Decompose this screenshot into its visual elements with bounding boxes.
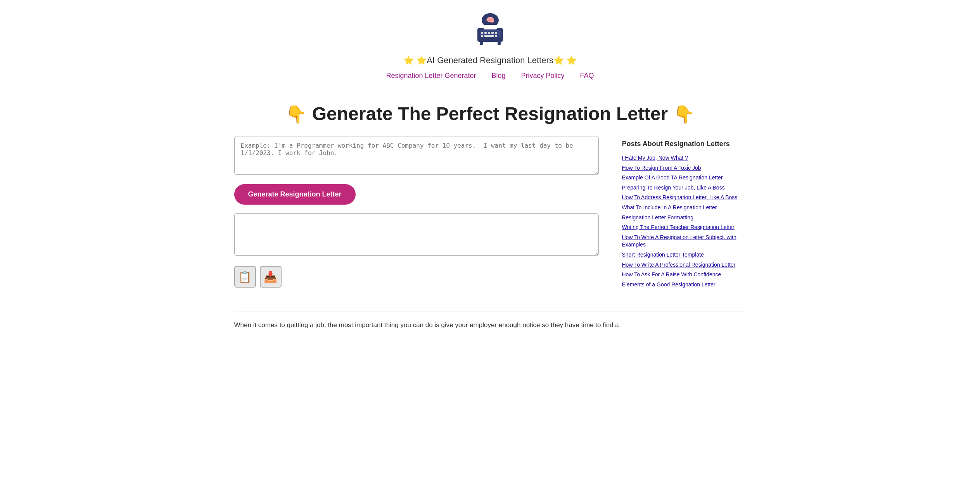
site-title-text: ⭐AI Generated Resignation Letters⭐ bbox=[416, 55, 564, 65]
post-link-7[interactable]: Writing The Perfect Teacher Resignation … bbox=[622, 224, 735, 230]
post-link-12[interactable]: Elements of a Good Resignation Letter bbox=[622, 281, 716, 288]
list-item: How To Ask For A Raise With Confidence bbox=[622, 271, 746, 279]
svg-rect-12 bbox=[484, 25, 497, 29]
svg-rect-5 bbox=[484, 32, 487, 34]
generate-button[interactable]: Generate Resignation Letter bbox=[234, 184, 356, 205]
svg-rect-6 bbox=[488, 32, 490, 34]
logo-icon: 🧠 bbox=[473, 12, 508, 52]
svg-rect-9 bbox=[481, 35, 483, 37]
svg-rect-13 bbox=[480, 42, 483, 45]
logo-svg: 🧠 bbox=[473, 12, 508, 47]
hero-title: 👇 Generate The Perfect Resignation Lette… bbox=[234, 91, 746, 136]
nav-generator[interactable]: Resignation Letter Generator bbox=[386, 72, 476, 80]
post-link-8[interactable]: How To Write A Resignation Letter Subjec… bbox=[622, 234, 736, 248]
list-item: I Hate My Job, Now What ? bbox=[622, 154, 746, 162]
list-item: Elements of a Good Resignation Letter bbox=[622, 281, 746, 289]
post-link-6[interactable]: Resignation Letter Formatting bbox=[622, 214, 693, 221]
list-item: What To Include In A Resignation Letter bbox=[622, 204, 746, 212]
nav-faq[interactable]: FAQ bbox=[580, 72, 594, 80]
main-content: Generate Resignation Letter 📋 📥 Posts Ab… bbox=[234, 136, 746, 304]
copy-icon: 📋 bbox=[238, 271, 252, 283]
post-link-5[interactable]: What To Include In A Resignation Letter bbox=[622, 204, 717, 210]
left-panel: Generate Resignation Letter 📋 📥 bbox=[234, 136, 599, 288]
nav-privacy[interactable]: Privacy Policy bbox=[521, 72, 565, 80]
posts-title: Posts About Resignation Letters bbox=[622, 140, 746, 148]
post-link-9[interactable]: Short Resignation Letter Template bbox=[622, 252, 704, 258]
hero-title-text: Generate The Perfect Resignation Letter bbox=[312, 103, 668, 124]
list-item: How To Resign From A Toxic Job bbox=[622, 164, 746, 172]
post-link-3[interactable]: Preparing To Resign Your Job, Like A Bos… bbox=[622, 184, 725, 191]
svg-rect-14 bbox=[498, 42, 501, 45]
copy-button[interactable]: 📋 bbox=[234, 266, 256, 288]
list-item: Example Of A Good TA Resignation Letter bbox=[622, 174, 746, 182]
post-link-1[interactable]: How To Resign From A Toxic Job bbox=[622, 165, 701, 171]
list-item: Resignation Letter Formatting bbox=[622, 214, 746, 222]
bottom-text: When it comes to quitting a job, the mos… bbox=[234, 320, 746, 346]
page-divider bbox=[234, 312, 746, 312]
post-link-11[interactable]: How To Ask For A Raise With Confidence bbox=[622, 271, 721, 278]
svg-rect-11 bbox=[495, 35, 497, 37]
star-right: ⭐ bbox=[566, 55, 577, 65]
svg-rect-8 bbox=[495, 32, 497, 34]
input-textarea[interactable] bbox=[234, 136, 599, 175]
post-link-10[interactable]: How To Write A Professional Resignation … bbox=[622, 262, 736, 268]
list-item: Short Resignation Letter Template bbox=[622, 251, 746, 259]
emoji-right: 👇 bbox=[673, 105, 695, 124]
main-nav: Resignation Letter Generator Blog Privac… bbox=[386, 72, 594, 80]
emoji-left: 👇 bbox=[285, 105, 307, 124]
list-item: Preparing To Resign Your Job, Like A Bos… bbox=[622, 184, 746, 192]
list-item: Writing The Perfect Teacher Resignation … bbox=[622, 224, 746, 231]
list-item: How To Address Resignation Letter, Like … bbox=[622, 194, 746, 202]
header: 🧠 ⭐ ⭐AI Generated bbox=[234, 0, 746, 91]
site-title: ⭐ ⭐AI Generated Resignation Letters⭐ ⭐ bbox=[403, 55, 577, 66]
list-item: How To Write A Professional Resignation … bbox=[622, 261, 746, 269]
right-panel: Posts About Resignation Letters I Hate M… bbox=[622, 136, 746, 288]
svg-text:🧠: 🧠 bbox=[486, 16, 495, 24]
star-left: ⭐ bbox=[403, 55, 414, 65]
output-textarea[interactable] bbox=[234, 213, 599, 256]
post-link-4[interactable]: How To Address Resignation Letter, Like … bbox=[622, 194, 738, 200]
svg-rect-10 bbox=[484, 35, 494, 37]
list-item: How To Write A Resignation Letter Subjec… bbox=[622, 234, 746, 249]
action-buttons: 📋 📥 bbox=[234, 266, 599, 288]
posts-list: I Hate My Job, Now What ? How To Resign … bbox=[622, 154, 746, 288]
nav-blog[interactable]: Blog bbox=[492, 72, 506, 80]
svg-rect-4 bbox=[481, 32, 483, 34]
post-link-2[interactable]: Example Of A Good TA Resignation Letter bbox=[622, 174, 723, 181]
download-icon: 📥 bbox=[264, 271, 277, 283]
download-button[interactable]: 📥 bbox=[260, 266, 282, 288]
post-link-0[interactable]: I Hate My Job, Now What ? bbox=[622, 155, 688, 161]
svg-rect-7 bbox=[491, 32, 494, 34]
